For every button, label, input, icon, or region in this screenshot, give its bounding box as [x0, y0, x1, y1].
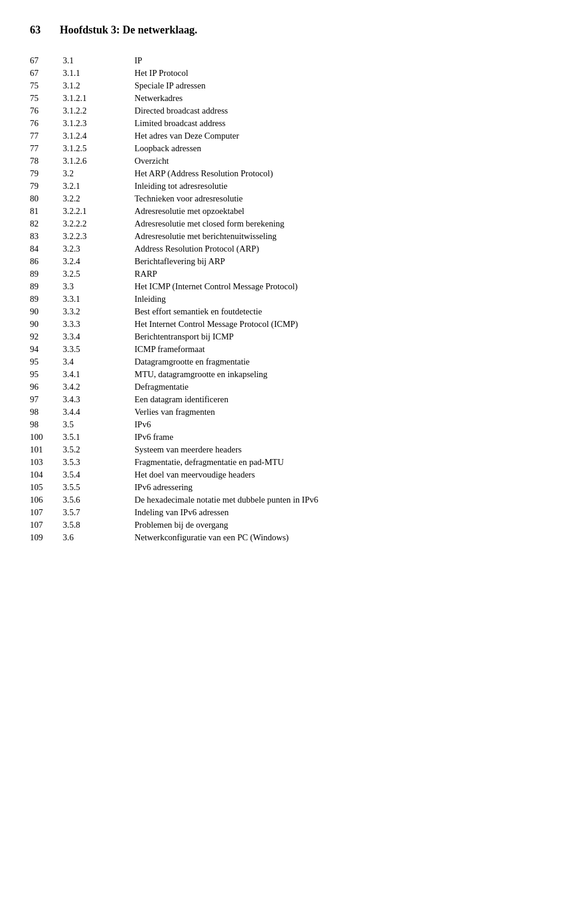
toc-row: 793.2.1Inleiding tot adresresolutie — [30, 180, 544, 192]
toc-section-title: Verlies van fragmenten — [135, 406, 544, 418]
toc-row: 903.3.2Best effort semantiek en foutdete… — [30, 305, 544, 318]
toc-page-number: 89 — [30, 293, 63, 305]
toc-section-title: Overzicht — [135, 155, 544, 167]
toc-section-title: Speciale IP adressen — [135, 79, 544, 92]
toc-page-number: 97 — [30, 393, 63, 406]
toc-section-title: Defragmentatie — [135, 381, 544, 393]
toc-section-number: 3.1 — [63, 54, 135, 67]
toc-row: 983.5IPv6 — [30, 418, 544, 431]
toc-section-title: IPv6 — [135, 418, 544, 431]
toc-section-title: Het adres van Deze Computer — [135, 130, 544, 142]
toc-page-number: 90 — [30, 305, 63, 318]
toc-section-number: 3.1.2 — [63, 79, 135, 92]
toc-page-number: 103 — [30, 456, 63, 469]
toc-section-title: Indeling van IPv6 adressen — [135, 506, 544, 519]
toc-section-number: 3.5.3 — [63, 456, 135, 469]
toc-table: 673.1IP673.1.1Het IP Protocol753.1.2Spec… — [30, 54, 544, 544]
toc-section-number: 3.5.4 — [63, 469, 135, 481]
toc-row: 973.4.3Een datagram identificeren — [30, 393, 544, 406]
toc-section-title: IPv6 frame — [135, 431, 544, 443]
toc-page-number: 98 — [30, 418, 63, 431]
toc-section-title: MTU, datagramgrootte en inkapseling — [135, 368, 544, 381]
toc-page-number: 89 — [30, 280, 63, 293]
toc-page-number: 107 — [30, 519, 63, 531]
toc-page-number: 96 — [30, 381, 63, 393]
toc-row: 1033.5.3Fragmentatie, defragmentatie en … — [30, 456, 544, 469]
toc-row: 893.2.5RARP — [30, 268, 544, 280]
toc-section-title: Het IP Protocol — [135, 67, 544, 79]
toc-section-number: 3.1.2.3 — [63, 117, 135, 130]
toc-row: 803.2.2Technieken voor adresresolutie — [30, 192, 544, 205]
toc-section-title: Netwerkadres — [135, 92, 544, 105]
toc-section-number: 3.2.2.2 — [63, 218, 135, 230]
toc-page-number: 76 — [30, 117, 63, 130]
toc-section-number: 3.5.2 — [63, 443, 135, 456]
toc-page-number: 101 — [30, 443, 63, 456]
toc-section-number: 3.5.5 — [63, 481, 135, 494]
toc-section-title: Address Resolution Protocol (ARP) — [135, 243, 544, 255]
toc-page-number: 92 — [30, 331, 63, 343]
toc-row: 673.1IP — [30, 54, 544, 67]
header-page-number: 63 — [30, 24, 60, 36]
toc-row: 1043.5.4Het doel van meervoudige headers — [30, 469, 544, 481]
toc-section-title: Problemen bij de overgang — [135, 519, 544, 531]
toc-section-title: Het ARP (Address Resolution Protocol) — [135, 167, 544, 180]
toc-section-title: Fragmentatie, defragmentatie en pad-MTU — [135, 456, 544, 469]
toc-section-number: 3.2.4 — [63, 255, 135, 268]
toc-section-number: 3.4.4 — [63, 406, 135, 418]
toc-row: 1073.5.8Problemen bij de overgang — [30, 519, 544, 531]
toc-row: 903.3.3Het Internet Control Message Prot… — [30, 318, 544, 331]
toc-section-title: Adresresolutie met opzoektabel — [135, 205, 544, 218]
toc-section-number: 3.5.6 — [63, 494, 135, 506]
toc-row: 863.2.4Berichtaflevering bij ARP — [30, 255, 544, 268]
toc-section-number: 3.5.8 — [63, 519, 135, 531]
toc-page-number: 95 — [30, 356, 63, 368]
toc-row: 1063.5.6De hexadecimale notatie met dubb… — [30, 494, 544, 506]
toc-page-number: 106 — [30, 494, 63, 506]
toc-section-title: Het ICMP (Internet Control Message Proto… — [135, 280, 544, 293]
toc-section-title: Adresresolutie met berichtenuitwisseling — [135, 230, 544, 243]
toc-section-title: Limited broadcast address — [135, 117, 544, 130]
toc-page-number: 77 — [30, 142, 63, 155]
toc-section-number: 3.3.4 — [63, 331, 135, 343]
toc-section-number: 3.2.2 — [63, 192, 135, 205]
toc-page-number: 82 — [30, 218, 63, 230]
toc-page-number: 86 — [30, 255, 63, 268]
toc-section-number: 3.6 — [63, 531, 135, 544]
toc-row: 753.1.2.1Netwerkadres — [30, 92, 544, 105]
toc-page-number: 76 — [30, 105, 63, 117]
toc-page-number: 89 — [30, 268, 63, 280]
toc-page-number: 95 — [30, 368, 63, 381]
toc-row: 893.3Het ICMP (Internet Control Message … — [30, 280, 544, 293]
toc-section-number: 3.1.2.2 — [63, 105, 135, 117]
toc-section-number: 3.3.5 — [63, 343, 135, 356]
toc-section-title: Loopback adressen — [135, 142, 544, 155]
toc-section-number: 3.5 — [63, 418, 135, 431]
toc-section-number: 3.5.1 — [63, 431, 135, 443]
toc-section-title: Inleiding — [135, 293, 544, 305]
toc-row: 763.1.2.2Directed broadcast address — [30, 105, 544, 117]
toc-page-number: 79 — [30, 167, 63, 180]
toc-page-number: 100 — [30, 431, 63, 443]
toc-row: 843.2.3Address Resolution Protocol (ARP) — [30, 243, 544, 255]
toc-section-title: Het Internet Control Message Protocol (I… — [135, 318, 544, 331]
toc-page-number: 80 — [30, 192, 63, 205]
toc-section-title: IPv6 adressering — [135, 481, 544, 494]
toc-section-number: 3.1.2.5 — [63, 142, 135, 155]
toc-row: 673.1.1Het IP Protocol — [30, 67, 544, 79]
toc-section-title: Berichtentransport bij ICMP — [135, 331, 544, 343]
toc-page-number: 90 — [30, 318, 63, 331]
toc-row: 763.1.2.3Limited broadcast address — [30, 117, 544, 130]
toc-section-title: Adresresolutie met closed form berekenin… — [135, 218, 544, 230]
toc-row: 953.4Datagramgrootte en fragmentatie — [30, 356, 544, 368]
toc-page-number: 105 — [30, 481, 63, 494]
toc-section-title: RARP — [135, 268, 544, 280]
toc-row: 1093.6Netwerkconfiguratie van een PC (Wi… — [30, 531, 544, 544]
toc-section-number: 3.4.1 — [63, 368, 135, 381]
toc-page-number: 75 — [30, 92, 63, 105]
toc-row: 1003.5.1IPv6 frame — [30, 431, 544, 443]
toc-row: 943.3.5ICMP frameformaat — [30, 343, 544, 356]
toc-page-number: 109 — [30, 531, 63, 544]
toc-section-title: Best effort semantiek en foutdetectie — [135, 305, 544, 318]
toc-section-number: 3.2.2.1 — [63, 205, 135, 218]
